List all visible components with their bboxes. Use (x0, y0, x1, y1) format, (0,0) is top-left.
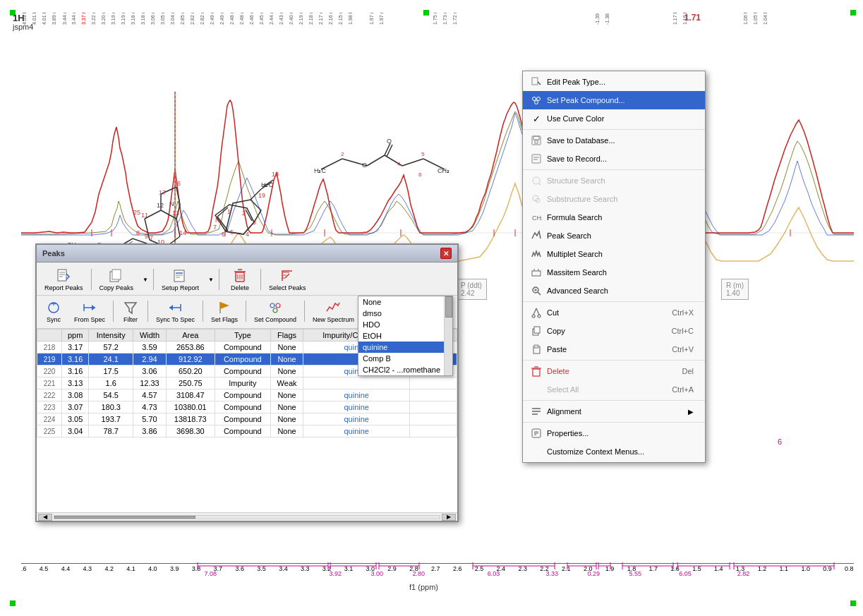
width-cell: 12.33 (133, 378, 167, 389)
ctx-copy[interactable]: Copy Ctrl+C (523, 322, 705, 340)
set-compound-button[interactable]: Set Compound (249, 297, 301, 325)
horizontal-scrolltrack[interactable] (54, 515, 440, 519)
separator-8 (246, 301, 246, 322)
table-row[interactable]: 224 3.05 193.7 5.70 13818.73 Compound No… (37, 413, 457, 425)
table-row[interactable]: 222 3.08 54.5 4.57 3108.47 Compound None… (37, 389, 457, 401)
dropdown-option-quinine[interactable]: quinine (358, 342, 452, 353)
ctx-paste[interactable]: Paste Ctrl+V (523, 340, 705, 358)
svg-line-161 (539, 183, 541, 185)
svg-marker-142 (125, 303, 136, 313)
compound-cell[interactable]: quinine (303, 425, 410, 437)
peaks-close-button[interactable]: ✕ (440, 248, 452, 259)
ctx-customize-context-menus[interactable]: Customize Context Menus... (523, 442, 705, 461)
row-num: 222 (37, 389, 62, 401)
from-spec-button[interactable]: From Spec (69, 297, 110, 325)
svg-rect-180 (533, 369, 540, 376)
delete-menu-icon (530, 365, 543, 378)
ctx-multiplet-search[interactable]: Multiplet Search (523, 245, 705, 263)
annotation-cell (410, 378, 457, 389)
scroll-left-btn[interactable]: ◀ (38, 514, 52, 521)
compound-cell[interactable]: quinine (303, 413, 410, 425)
compound-dropdown[interactable]: None dmso HDO EtOH quinine Comp B CH2Cl2… (358, 329, 453, 376)
ppm-cell: 3.17 (62, 342, 89, 354)
copy-peaks-button[interactable]: Copy Peaks (95, 265, 139, 294)
x-axis-label: f1 (ppm) (409, 583, 438, 591)
compound-cell[interactable] (303, 378, 410, 389)
ctx-set-peak-compound[interactable]: Set Peak Compound... (523, 91, 705, 109)
svg-rect-179 (534, 345, 538, 348)
col-header-width[interactable]: Width (133, 330, 167, 342)
sync-button[interactable]: Sync (40, 297, 68, 325)
intensity-cell: 180.3 (89, 401, 133, 413)
delete-button[interactable]: Delete (222, 265, 258, 294)
col-header-type[interactable]: Type (215, 330, 270, 342)
setup-report-icon (172, 267, 189, 284)
formula-search-icon: CH₂ (530, 211, 543, 224)
ctx-edit-peak-type[interactable]: Edit Peak Type... (523, 73, 705, 91)
ctx-peak-search[interactable]: Peak Search (523, 227, 705, 245)
setup-report-dropdown[interactable]: ▼ (205, 274, 216, 285)
ctx-save-to-record[interactable]: Save to Record... (523, 150, 705, 168)
ctx-use-curve-color-label: Use Curve Color (547, 114, 604, 123)
dropdown-scrollbar[interactable] (444, 329, 452, 375)
ctx-advanced-search[interactable]: Advanced Search (523, 282, 705, 300)
dropdown-option-compb[interactable]: Comp B (358, 353, 452, 364)
set-flags-button[interactable]: Set Flags (206, 297, 243, 325)
customize-icon (530, 445, 543, 458)
report-peaks-label: Report Peaks (44, 284, 83, 291)
set-compound-icon (267, 299, 284, 316)
type-cell: Compound (215, 413, 270, 425)
col-header-flags[interactable]: Flags (270, 330, 303, 342)
ctx-properties[interactable]: Properties... (523, 424, 705, 442)
horizontal-scroll-thumb[interactable] (54, 516, 195, 519)
table-row[interactable]: 225 3.04 78.7 3.86 3698.30 Compound None… (37, 425, 457, 437)
ctx-cut[interactable]: Cut Ctrl+X (523, 303, 705, 322)
intensity-cell: 78.7 (89, 425, 133, 437)
save-to-record-icon (530, 152, 543, 165)
ctx-delete[interactable]: Delete Del (523, 362, 705, 380)
sync-to-spec-button[interactable]: Sync To Spec (151, 297, 200, 325)
set-peak-compound-icon (530, 94, 543, 107)
col-header-ppm[interactable]: ppm (62, 330, 89, 342)
ctx-sep-1 (523, 129, 705, 130)
set-compound-label: Set Compound (254, 316, 296, 323)
alignment-icon (530, 405, 543, 418)
ctx-use-curve-color[interactable]: ✓ Use Curve Color (523, 109, 705, 128)
svg-text:6: 6 (418, 171, 422, 178)
advanced-search-icon (530, 284, 543, 297)
ctx-alignment[interactable]: Alignment ▶ (523, 402, 705, 421)
filter-button[interactable]: Filter (116, 297, 145, 325)
svg-text:14: 14 (179, 229, 186, 236)
ctx-save-to-database[interactable]: Save to Database... (523, 131, 705, 150)
col-header-intensity[interactable]: Intensity (89, 330, 133, 342)
col-header-area[interactable]: Area (166, 330, 215, 342)
type-cell: Compound (215, 342, 270, 354)
report-peaks-button[interactable]: Report Peaks (40, 265, 88, 294)
new-spectrum-button[interactable]: New Spectrum (308, 297, 359, 325)
compound-cell[interactable]: quinine (303, 401, 410, 413)
table-row[interactable]: 221 3.13 1.6 12.33 250.75 Impurity Weak (37, 378, 457, 389)
ctx-formula-search[interactable]: CH₂ Formula Search (523, 208, 705, 227)
separator-3 (219, 269, 219, 290)
copy-peaks-dropdown[interactable]: ▼ (140, 274, 150, 285)
ctx-massitem-search[interactable]: Massitem Search (523, 263, 705, 282)
scroll-right-btn[interactable]: ▶ (442, 514, 456, 521)
select-peaks-button[interactable]: Select Peaks (264, 265, 311, 294)
svg-text:5: 5 (421, 151, 425, 157)
svg-text:O: O (362, 162, 367, 169)
svg-marker-144 (169, 305, 173, 310)
svg-text:19: 19 (258, 192, 265, 199)
ctx-copy-label: Copy (547, 327, 565, 335)
type-cell: Compound (215, 354, 270, 366)
compound-cell[interactable]: quinine (303, 389, 410, 401)
row-num: 221 (37, 378, 62, 389)
setup-report-button[interactable]: Setup Report (157, 265, 204, 294)
dropdown-option-ch2cl2[interactable]: CH2Cl2 - ...romethane (358, 364, 452, 375)
horizontal-scrollbar[interactable]: ◀ ▶ (37, 512, 457, 521)
ctx-select-all-label: Select All (547, 385, 579, 394)
dropdown-option-etoh[interactable]: EtOH (358, 330, 452, 342)
svg-text:4: 4 (397, 161, 401, 167)
peaks-table-container[interactable]: ppm Intensity Width Area Type Flags Impu… (37, 329, 457, 512)
row-num: 223 (37, 401, 62, 413)
table-row[interactable]: 223 3.07 180.3 4.73 10380.01 Compound No… (37, 401, 457, 413)
